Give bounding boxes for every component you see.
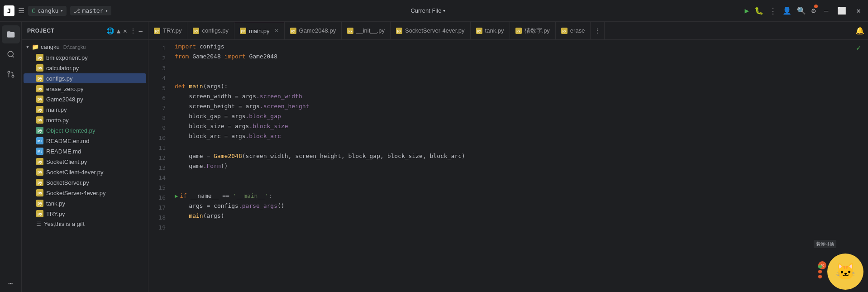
tab-file-icon: py: [396, 28, 402, 34]
file-item-tank[interactable]: py tank.py: [24, 198, 146, 208]
tab-label: __init__.py: [356, 27, 385, 34]
folder-name: cangku: [41, 43, 60, 50]
mascot-dot-red2: [818, 275, 822, 278]
sidebar-add-icon[interactable]: 🌐: [106, 27, 114, 34]
project-name: cangku: [37, 7, 58, 14]
tree-root[interactable]: ▼ 📁 cangku D:\cangku: [22, 42, 148, 52]
search-icon[interactable]: 🔍: [797, 6, 806, 15]
line-numbers: 1 2 3 4 5 6 7 8 9 10 11 12 13 14 15 16 1: [148, 40, 171, 292]
file-name: Yes,this is a gift: [44, 220, 85, 227]
sidebar-more-icon[interactable]: ⋮: [130, 27, 136, 34]
file-name: SocketServer-4ever.py: [46, 190, 106, 196]
run-line-button[interactable]: ▶: [175, 191, 178, 201]
code-editor: 1 2 3 4 5 6 7 8 9 10 11 12 13 14 15 16 1: [148, 40, 868, 292]
code-line-8: block_gap = args.block_gap: [171, 111, 868, 121]
maximize-button[interactable]: ⬜: [835, 5, 849, 16]
tab-overflow-button[interactable]: ⋮: [591, 22, 605, 39]
mascot-decoration: 装饰可插 R 🐱: [814, 238, 868, 292]
tab-tank[interactable]: py tank.py: [471, 22, 510, 39]
file-name: SocketClient-4ever.py: [46, 169, 103, 176]
debug-button[interactable]: 🐛: [754, 6, 763, 15]
project-chevron-icon: ▾: [60, 8, 63, 13]
file-name: SocketClient.py: [46, 158, 87, 165]
py-file-icon: py: [36, 168, 43, 176]
branch-selector[interactable]: ⎇ master ▾: [70, 6, 111, 15]
code-line-18: main(args): [171, 211, 868, 221]
file-item-configs[interactable]: py configs.py: [24, 73, 146, 83]
py-file-icon: py: [36, 210, 43, 217]
folder-path: D:\cangku: [63, 44, 86, 50]
tab-try[interactable]: py TRY.py: [148, 22, 187, 39]
file-item-game2048[interactable]: py Game2048.py: [24, 94, 146, 104]
file-item-readme-en[interactable]: M↓ README.en.md: [24, 136, 146, 146]
md-file-icon: M↓: [36, 137, 43, 144]
py-file-icon: py: [36, 96, 43, 103]
file-name: erase_zero.py: [46, 86, 83, 92]
file-item-motto[interactable]: py motto.py: [24, 115, 146, 125]
run-button[interactable]: ▶: [744, 6, 749, 15]
md-file-icon: M↓: [36, 148, 43, 155]
gift-icon: ☰: [36, 221, 41, 227]
activity-bar-item-project[interactable]: [2, 25, 20, 43]
sidebar-actions: 🌐 ▲ ✕ ⋮ —: [106, 27, 143, 34]
project-selector[interactable]: C cangku ▾: [28, 6, 67, 16]
sidebar-title: Project: [27, 28, 54, 34]
close-button[interactable]: ✕: [853, 5, 864, 16]
tab-file-icon: py: [193, 28, 199, 34]
sidebar-collapse-icon[interactable]: ▲: [117, 27, 120, 34]
code-line-2: from Game2048 import Game2048: [171, 52, 868, 62]
file-item-calculator[interactable]: py calculator.py: [24, 63, 146, 73]
tab-file-icon: py: [476, 28, 482, 34]
tab-socketserver-4ever[interactable]: py SocketServer-4ever.py: [391, 22, 471, 39]
account-icon[interactable]: 👤: [782, 6, 792, 15]
sidebar-close-icon[interactable]: ✕: [123, 27, 127, 34]
keyword-token: from: [175, 52, 189, 62]
file-item-main[interactable]: py main.py: [24, 105, 146, 115]
code-line-5: def main(args):: [171, 81, 868, 91]
file-item-bmiexponent[interactable]: py bmiexponent.py: [24, 53, 146, 62]
file-saved-checkmark: ✓: [856, 43, 861, 52]
tab-guess[interactable]: py 猜数字.py: [510, 22, 556, 39]
file-item-gift[interactable]: ☰ Yes,this is a gift: [24, 219, 146, 229]
tab-game2048[interactable]: py Game2048.py: [285, 22, 342, 39]
git-branch-icon: ⎇: [74, 8, 80, 14]
file-item-readme[interactable]: M↓ README.md: [24, 146, 146, 156]
code-content[interactable]: import configs from Game2048 import Game…: [171, 40, 868, 292]
py-file-icon: py: [36, 158, 43, 165]
activity-bar-item-search[interactable]: [2, 45, 20, 63]
sidebar-minimize-icon[interactable]: —: [139, 27, 143, 34]
tab-close-icon[interactable]: ✕: [274, 28, 279, 34]
tab-erase[interactable]: py erase: [556, 22, 591, 39]
file-name: TRY.py: [46, 211, 65, 217]
mascot-label: 装饰可插: [814, 240, 836, 248]
mascot-avatar: 🐱: [827, 254, 863, 290]
more-options-icon[interactable]: ⋮: [769, 6, 777, 15]
file-item-erase-zero[interactable]: py erase_zero.py: [24, 84, 146, 94]
minimize-button[interactable]: —: [821, 5, 831, 16]
current-file-label: Current File: [410, 7, 441, 14]
line-number-column: 1 2 3 4 5 6 7 8 9 10 11 12 13 14 15 16 1: [148, 42, 166, 233]
tab-init[interactable]: py __init__.py: [342, 22, 391, 39]
sidebar-content: ▼ 📁 cangku D:\cangku py bmiexponent.py p…: [22, 40, 148, 292]
activity-bar-item-run[interactable]: ⋯: [2, 274, 20, 292]
code-line-10: block_arc = args.block_arc: [171, 131, 868, 141]
hamburger-menu-icon[interactable]: ☰: [18, 6, 24, 15]
mascot-dots: [818, 265, 822, 278]
notification-bell-icon[interactable]: 🔔: [852, 22, 868, 39]
tab-file-icon: py: [347, 28, 353, 34]
tab-main[interactable]: py main.py ✕: [234, 22, 285, 40]
file-item-socket-client-4ever[interactable]: py SocketClient-4ever.py: [24, 167, 146, 177]
activity-bar-item-git[interactable]: [2, 65, 20, 83]
file-name: main.py: [46, 106, 67, 113]
current-file-selector[interactable]: Current File ▾: [410, 7, 445, 14]
file-name: calculator.py: [46, 65, 79, 72]
tab-configs[interactable]: py configs.py: [187, 22, 234, 39]
file-item-socket-server[interactable]: py SocketServer.py: [24, 177, 146, 187]
file-item-object-oriented[interactable]: py Object Oriented.py: [24, 125, 146, 135]
file-item-socket-server-4ever[interactable]: py SocketServer-4ever.py: [24, 188, 146, 198]
settings-icon[interactable]: ⚙: [811, 6, 816, 15]
mascot-dot-red: [818, 270, 822, 273]
file-item-try[interactable]: py TRY.py: [24, 209, 146, 219]
file-item-socket-client[interactable]: py SocketClient.py: [24, 157, 146, 167]
tree-expand-icon: ▼: [25, 44, 30, 49]
